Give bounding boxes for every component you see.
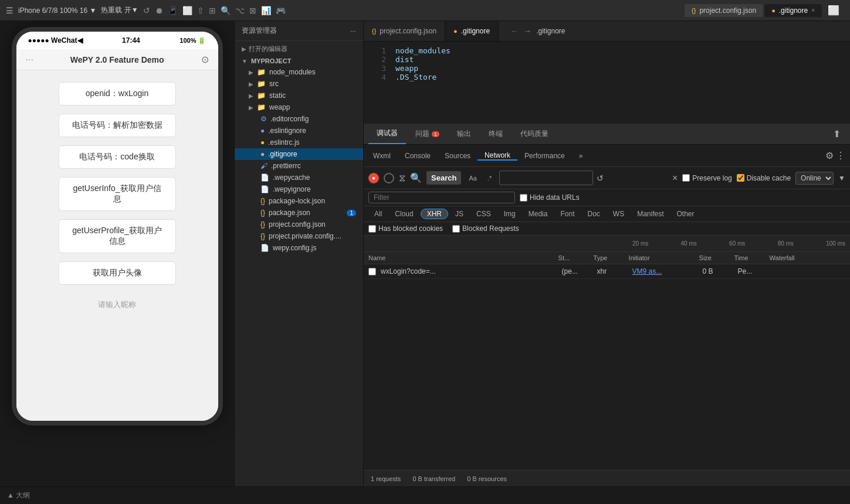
filter-icon[interactable]: ⧖ — [399, 173, 405, 183]
type-all[interactable]: All — [368, 209, 388, 219]
ellipsis-icon[interactable]: ··· — [350, 27, 356, 35]
table-row[interactable]: wxLogin?code=... (pe... xhr VM9 as... 0 … — [364, 264, 850, 279]
online-select[interactable]: Online — [795, 172, 834, 185]
tab-code-quality[interactable]: 代码质量 — [512, 124, 557, 144]
nav-icon-7[interactable]: 🔍 — [221, 6, 231, 15]
type-media[interactable]: Media — [523, 209, 554, 219]
case-sensitive-btn[interactable]: Aa — [465, 173, 480, 183]
has-blocked-cookies-checkbox[interactable]: Has blocked cookies — [368, 224, 443, 233]
preserve-log-input[interactable] — [682, 174, 690, 182]
search-icon[interactable]: 🔍 — [410, 172, 422, 183]
file-item-projectconfig[interactable]: {} project.config.json — [235, 219, 363, 230]
open-editors-section[interactable]: ▶ 打开的编辑器 — [235, 41, 363, 56]
type-js[interactable]: JS — [449, 209, 469, 219]
file-item-src[interactable]: ▶ 📁 src — [235, 78, 363, 90]
tab-sources[interactable]: Sources — [438, 151, 478, 161]
tab-project-config[interactable]: {} project.config.json — [685, 4, 763, 17]
file-item-eslintignore[interactable]: ● .eslintignore — [235, 125, 363, 137]
search-input[interactable] — [504, 173, 588, 182]
btn-code-phone[interactable]: 电话号码：code换取 — [59, 145, 176, 169]
nav-icon-5[interactable]: ⇧ — [197, 6, 204, 15]
type-doc[interactable]: Doc — [581, 209, 605, 219]
file-item-projectprivate[interactable]: {} project.private.config.... — [235, 230, 363, 242]
dropdown-icon[interactable]: ▼ — [838, 174, 845, 182]
record-button[interactable]: ● — [368, 173, 379, 183]
nav-icon-3[interactable]: 📱 — [168, 6, 178, 15]
nav-icon-11[interactable]: 🎮 — [276, 6, 286, 15]
nav-icon-6[interactable]: ⊞ — [209, 6, 216, 15]
forward-nav-icon[interactable]: → — [523, 26, 531, 36]
blocked-requests-checkbox[interactable]: Blocked Requests — [452, 224, 519, 233]
disable-cache-checkbox[interactable]: Disable cache — [737, 174, 791, 182]
btn-get-avatar[interactable]: 获取用户头像 — [59, 261, 176, 285]
tab-more[interactable]: » — [572, 151, 590, 161]
back-nav-icon[interactable]: ← — [510, 26, 519, 36]
tab-wxml[interactable]: Wxml — [366, 151, 398, 161]
menu-icon[interactable]: ☰ — [6, 6, 13, 15]
tab-console[interactable]: Console — [398, 151, 438, 161]
nav-icon-4[interactable]: ⬜ — [182, 6, 192, 15]
nav-icon-8[interactable]: ⌥ — [235, 6, 245, 15]
type-ws[interactable]: WS — [607, 209, 630, 219]
stop-button[interactable] — [384, 173, 394, 183]
type-cloud[interactable]: Cloud — [389, 209, 419, 219]
file-item-eslintrc[interactable]: ● .eslintrc.js — [235, 137, 363, 148]
more-icon[interactable]: ⊙ — [201, 54, 209, 65]
tab-performance[interactable]: Performance — [517, 151, 572, 161]
close-search-icon[interactable]: × — [672, 173, 678, 183]
btn-getuserinfo[interactable]: getUserInfo_获取用户信息 — [59, 177, 176, 211]
nav-icon-2[interactable]: ⏺ — [155, 6, 163, 15]
type-img[interactable]: Img — [498, 209, 521, 219]
nav-icon-1[interactable]: ↺ — [143, 6, 150, 15]
btn-decrypt-phone[interactable]: 电话号码：解析加密数据 — [59, 114, 176, 137]
nav-icon-10[interactable]: 📊 — [261, 6, 271, 15]
settings-icon[interactable]: ⚙ — [825, 150, 834, 161]
tab-project-config-editor[interactable]: {} project.config.json — [364, 21, 445, 41]
devtools-expand-icon[interactable]: ⬆ — [828, 124, 845, 144]
preserve-log-checkbox[interactable]: Preserve log — [682, 174, 732, 182]
file-item-packagelock[interactable]: {} package-lock.json — [235, 195, 363, 207]
file-item-weapp[interactable]: ▶ 📁 weapp — [235, 101, 363, 113]
tab-output[interactable]: 输出 — [449, 124, 479, 144]
file-item-editorconfig[interactable]: ⚙ .editorconfig — [235, 113, 363, 125]
type-xhr[interactable]: XHR — [421, 209, 448, 219]
filter-input[interactable] — [368, 192, 515, 203]
file-item-node-modules[interactable]: ▶ 📁 node_modules — [235, 66, 363, 78]
back-icon[interactable]: ··· — [26, 55, 33, 65]
outline-expand-btn[interactable]: ▲ 大纲 — [7, 491, 30, 500]
disable-cache-input[interactable] — [737, 174, 744, 182]
type-font[interactable]: Font — [554, 209, 580, 219]
has-blocked-cookies-input[interactable] — [368, 225, 376, 233]
nav-icon-9[interactable]: ⊠ — [249, 6, 256, 15]
file-item-prettierrc[interactable]: 🖌 .prettierrc — [235, 160, 363, 172]
file-item-package[interactable]: {} package.json 1 — [235, 207, 363, 219]
regex-btn[interactable]: .* — [483, 173, 496, 183]
file-item-static[interactable]: ▶ 📁 static — [235, 90, 363, 101]
tab-debugger[interactable]: 调试器 — [368, 124, 406, 144]
hide-data-urls-checkbox[interactable]: Hide data URLs — [520, 193, 580, 202]
type-manifest[interactable]: Manifest — [631, 209, 669, 219]
search-field[interactable] — [499, 171, 593, 185]
tab-close-icon[interactable]: × — [811, 7, 815, 13]
device-label[interactable]: iPhone 6/7/8 100% 16 ▼ — [18, 6, 96, 15]
hotreload-label[interactable]: 热重载 开▼ — [101, 5, 138, 15]
expand-icon[interactable]: ⬜ — [823, 5, 844, 16]
tab-issues[interactable]: 问题 1 — [407, 124, 448, 144]
kebab-menu-icon[interactable]: ⋮ — [836, 150, 845, 161]
type-other[interactable]: Other — [671, 209, 700, 219]
tab-terminal[interactable]: 终端 — [480, 124, 511, 144]
refresh-icon[interactable]: ↺ — [597, 173, 604, 183]
blocked-requests-input[interactable] — [452, 225, 460, 233]
row-checkbox[interactable] — [368, 268, 376, 275]
file-item-wepycache[interactable]: 📄 .wepycache — [235, 172, 363, 183]
btn-getuserprofile[interactable]: getUserProfile_获取用户信息 — [59, 219, 176, 253]
type-css[interactable]: CSS — [470, 209, 497, 219]
file-item-gitignore[interactable]: ● .gitignore — [235, 148, 363, 160]
hide-data-urls-input[interactable] — [520, 194, 527, 202]
tab-network[interactable]: Network — [478, 151, 517, 161]
file-item-wepyconfig[interactable]: 📄 wepy.config.js — [235, 242, 363, 254]
tab-gitignore-editor[interactable]: ● .gitignore — [445, 21, 499, 41]
project-section[interactable]: ▼ MYPROJECT — [235, 56, 363, 66]
file-item-wepyignore[interactable]: 📄 .wepyignore — [235, 183, 363, 195]
tab-gitignore[interactable]: ● .gitignore × — [764, 4, 822, 17]
